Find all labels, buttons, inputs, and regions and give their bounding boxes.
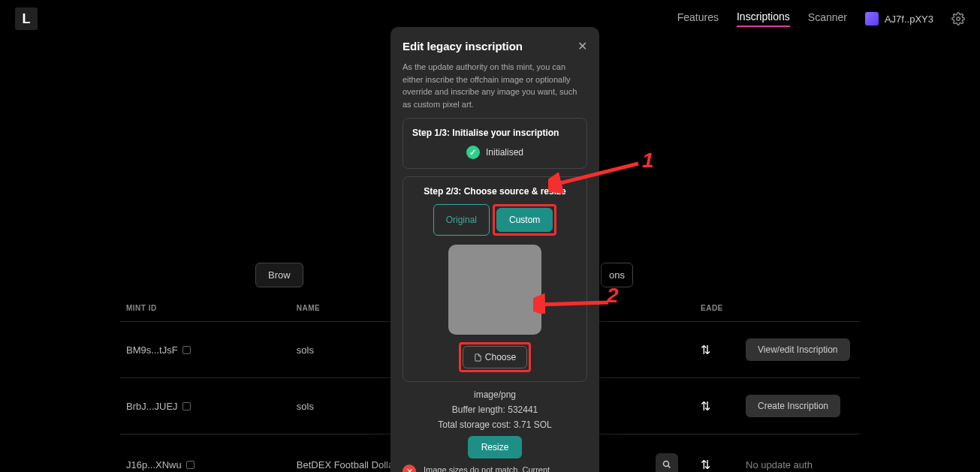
gear-icon[interactable] — [951, 12, 965, 26]
copy-icon[interactable] — [182, 346, 191, 354]
logo[interactable]: L — [15, 8, 38, 30]
step-2-box: Step 2/3: Choose source & resize Origina… — [403, 176, 587, 382]
mimetype-label: image/png — [403, 389, 587, 400]
mint-id[interactable]: BrbJ...JUEJ — [126, 401, 178, 412]
error-row: Image sizes do not match. Current inscri… — [403, 464, 587, 472]
create-inscription-button[interactable]: Create Inscription — [746, 395, 840, 417]
user-address: AJ7f..pXY3 — [885, 14, 933, 25]
cost-label: Total storage cost: 3.71 SOL — [403, 419, 587, 430]
browse-button[interactable]: Brow — [255, 263, 303, 287]
choose-label: Choose — [485, 352, 516, 362]
annotation-number-1: 1 — [642, 149, 654, 173]
swap-icon[interactable]: ⇅ — [701, 343, 714, 357]
annotation-highlight-2: Choose — [459, 342, 531, 372]
close-icon[interactable]: ✕ — [577, 39, 587, 53]
image-preview — [448, 245, 541, 335]
view-edit-button[interactable]: View/edit Inscription — [746, 338, 850, 361]
tab-custom[interactable]: Custom — [496, 208, 553, 232]
error-message: Image sizes do not match. Current inscri… — [424, 464, 587, 472]
modal-title: Edit legacy inscription — [403, 40, 523, 53]
step-1-status: Initialised — [486, 147, 523, 158]
user-chip[interactable]: AJ7f..pXY3 — [865, 12, 933, 26]
nav-scanner[interactable]: Scanner — [808, 11, 847, 26]
swap-icon[interactable]: ⇅ — [701, 458, 714, 472]
step-2-title: Step 2/3: Choose source & resize — [412, 186, 577, 197]
partial-button[interactable]: ons — [601, 263, 633, 287]
copy-icon[interactable] — [186, 461, 194, 469]
check-icon — [466, 146, 480, 159]
tab-original[interactable]: Original — [433, 204, 490, 236]
annotation-highlight-1: Custom — [493, 204, 556, 236]
error-icon — [403, 464, 416, 472]
avatar — [865, 12, 879, 26]
nav-inscriptions[interactable]: Inscriptions — [737, 11, 790, 27]
modal-description: As the update authority on this mint, yo… — [403, 61, 587, 110]
resize-button[interactable]: Resize — [468, 436, 523, 458]
buffer-label: Buffer length: 532441 — [403, 404, 587, 415]
edit-inscription-modal: Edit legacy inscription ✕ As the update … — [390, 27, 599, 472]
col-trade: EADE — [695, 295, 740, 322]
no-auth-label: No update auth — [746, 459, 813, 470]
mint-id[interactable]: J16p...XNwu — [126, 459, 182, 470]
col-mint: MINT ID — [120, 295, 291, 322]
svg-line-2 — [668, 466, 671, 468]
nav-features[interactable]: Features — [677, 11, 719, 26]
step-1-title: Step 1/3: Initialise your inscription — [412, 128, 577, 138]
top-nav: Features Inscriptions Scanner AJ7f..pXY3 — [677, 11, 965, 27]
swap-icon[interactable]: ⇅ — [701, 399, 714, 413]
mint-id[interactable]: BM9s...tJsF — [126, 344, 178, 356]
copy-icon[interactable] — [182, 402, 191, 410]
step-1-box: Step 1/3: Initialise your inscription In… — [403, 118, 587, 169]
file-icon — [474, 353, 482, 362]
svg-point-1 — [664, 461, 669, 467]
choose-file-button[interactable]: Choose — [463, 346, 527, 368]
search-button[interactable] — [656, 453, 678, 472]
svg-point-0 — [957, 17, 960, 21]
